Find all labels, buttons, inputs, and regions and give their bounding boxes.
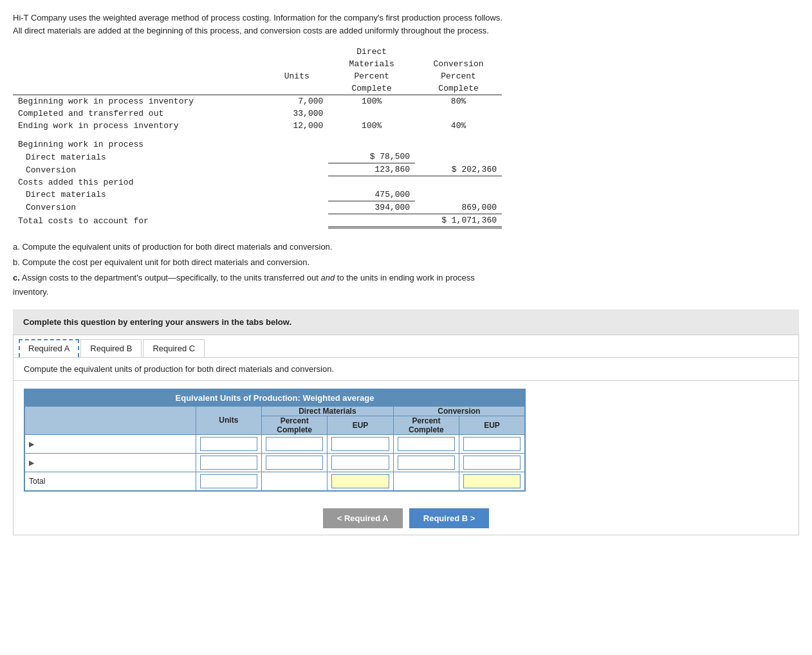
row1-dm-eup-cell[interactable] xyxy=(328,434,393,453)
cost-conv-val: 123,860 xyxy=(328,163,415,176)
equiv-conv-header: Conversion xyxy=(393,406,525,416)
tab-content-text: Compute the equivalent units of producti… xyxy=(14,358,798,381)
question-c-italic: and xyxy=(320,273,335,282)
row1-conv-eup-cell[interactable] xyxy=(459,434,525,453)
question-b: b. Compute the cost per equivalent unit … xyxy=(13,255,799,270)
conv-pct-header: PercentComplete xyxy=(393,416,459,434)
row3-label: Ending work in process inventory xyxy=(13,120,265,132)
question-c: c. Assign costs to the department's outp… xyxy=(13,271,799,299)
total-units-cell[interactable] xyxy=(196,472,261,491)
intro-line1: Hi-T Company uses the weighted average m… xyxy=(13,13,503,23)
dm-eup-header: EUP xyxy=(328,416,393,434)
row1-units: 7,000 xyxy=(265,95,328,108)
cost-dm-label: Direct materials xyxy=(13,151,265,163)
equiv-table-container: Equivalent Units of Production: Weighted… xyxy=(14,381,798,499)
prev-button[interactable]: < Required A xyxy=(323,508,403,528)
cost-cap-conv-total: 869,000 xyxy=(415,201,502,214)
tab-required-a[interactable]: Required A xyxy=(19,339,79,357)
row3-conv-pct: 40% xyxy=(415,120,502,132)
nav-buttons: < Required A Required B > xyxy=(14,499,798,535)
data-table: Direct Materials Conversion Units Percen… xyxy=(13,46,502,228)
row2-arrow: ▶ xyxy=(29,459,34,467)
row1-units-input[interactable] xyxy=(200,437,257,451)
row2-units: 33,000 xyxy=(265,107,328,120)
main-container: Hi-T Company uses the weighted average m… xyxy=(0,0,812,542)
row1-units-cell[interactable] xyxy=(196,434,261,453)
row2-dm-pct-input[interactable] xyxy=(266,456,323,470)
row2-dm-eup-input[interactable] xyxy=(331,456,389,470)
row1-dm-eup-input[interactable] xyxy=(331,437,389,451)
equiv-total-row: Total xyxy=(24,472,525,491)
instruction-box: Complete this question by entering your … xyxy=(13,309,799,335)
row2-units-cell[interactable] xyxy=(196,453,261,472)
total-costs-val: $ 1,071,360 xyxy=(415,214,502,227)
conv-header xyxy=(415,46,502,58)
total-dm-eup-input[interactable] xyxy=(331,474,389,488)
tab-required-c[interactable]: Required C xyxy=(143,339,205,357)
row1-arrow: ▶ xyxy=(29,440,34,448)
cost-conv-total: $ 202,360 xyxy=(415,163,502,176)
row1-dm-pct-cell[interactable] xyxy=(262,434,328,453)
row2-dm-pct-cell[interactable] xyxy=(262,453,328,472)
cost-cap-label: Costs added this period xyxy=(13,176,265,189)
row3-units: 12,000 xyxy=(265,120,328,132)
row1-conv-pct-input[interactable] xyxy=(398,437,455,451)
total-dm-eup-cell[interactable] xyxy=(328,472,393,491)
conv-complete-header: Complete xyxy=(415,82,502,95)
table-row: Conversion 394,000 869,000 xyxy=(13,201,502,214)
row1-conv-pct: 80% xyxy=(415,95,502,108)
row1-dm-pct-input[interactable] xyxy=(266,437,323,451)
row1-label-cell: ▶ xyxy=(24,434,196,453)
cost-cap-conv-val: 394,000 xyxy=(328,201,415,214)
row1-conv-pct-cell[interactable] xyxy=(393,434,459,453)
row2-conv-pct-cell[interactable] xyxy=(393,453,459,472)
row2-conv-eup-cell[interactable] xyxy=(459,453,525,472)
cost-cap-conv-label: Conversion xyxy=(13,201,265,214)
table-row: Beginning work in process xyxy=(13,138,502,151)
total-conv-pct-cell xyxy=(393,472,459,491)
total-label: Total xyxy=(24,472,196,491)
dm-pct-header: Percent xyxy=(328,70,415,82)
total-units-input[interactable] xyxy=(200,474,257,488)
equiv-units-table: Equivalent Units of Production: Weighted… xyxy=(24,389,526,492)
question-c-text1: Assign costs to the department's output—… xyxy=(22,273,321,282)
table-row: Completed and transferred out 33,000 xyxy=(13,107,502,120)
dm-pct-header: PercentComplete xyxy=(262,416,328,434)
table-row: Total costs to account for $ 1,071,360 xyxy=(13,214,502,227)
total-conv-eup-input[interactable] xyxy=(463,474,521,488)
row1-conv-eup-input[interactable] xyxy=(463,437,521,451)
equiv-title-row: Equivalent Units of Production: Weighted… xyxy=(24,389,525,407)
row2-label: Completed and transferred out xyxy=(13,107,265,120)
conv-eup-header: EUP xyxy=(459,416,525,434)
equiv-label-col xyxy=(24,406,196,434)
row2-dm-eup-cell[interactable] xyxy=(328,453,393,472)
question-c-bold: c. xyxy=(13,273,20,282)
table-row: Costs added this period xyxy=(13,176,502,189)
cost-cap-dm-label: Direct materials xyxy=(13,189,265,201)
total-conv-eup-cell[interactable] xyxy=(459,472,525,491)
conv-header2: Conversion xyxy=(415,58,502,70)
dm-header2: Materials xyxy=(328,58,415,70)
row2-conv-pct-input[interactable] xyxy=(398,456,455,470)
table-row: Direct materials 475,000 xyxy=(13,189,502,201)
equiv-data-row-2: ▶ xyxy=(24,453,525,472)
table-row: Ending work in process inventory 12,000 … xyxy=(13,120,502,132)
row3-dm-pct: 100% xyxy=(328,120,415,132)
tab-required-b[interactable]: Required B xyxy=(80,339,142,357)
intro-text: Hi-T Company uses the weighted average m… xyxy=(13,12,799,37)
next-button[interactable]: Required B > xyxy=(409,508,490,528)
equiv-data-row-1: ▶ xyxy=(24,434,525,453)
row2-units-input[interactable] xyxy=(200,456,257,470)
tabs-row: Required A Required B Required C xyxy=(14,335,798,358)
questions-section: a. Compute the equivalent units of produ… xyxy=(13,240,799,299)
equiv-header-row1: Units Direct Materials Conversion xyxy=(24,406,525,416)
table-row: Direct materials $ 78,500 xyxy=(13,151,502,163)
intro-line2: All direct materials are added at the be… xyxy=(13,26,489,35)
equiv-units-header: Units xyxy=(196,406,261,434)
cost-conv-label: Conversion xyxy=(13,163,265,176)
row2-label-cell: ▶ xyxy=(24,453,196,472)
row2-conv-eup-input[interactable] xyxy=(463,456,521,470)
units-header: Units xyxy=(265,70,328,82)
conv-pct-header: Percent xyxy=(415,70,502,82)
table-label-col xyxy=(13,46,265,58)
